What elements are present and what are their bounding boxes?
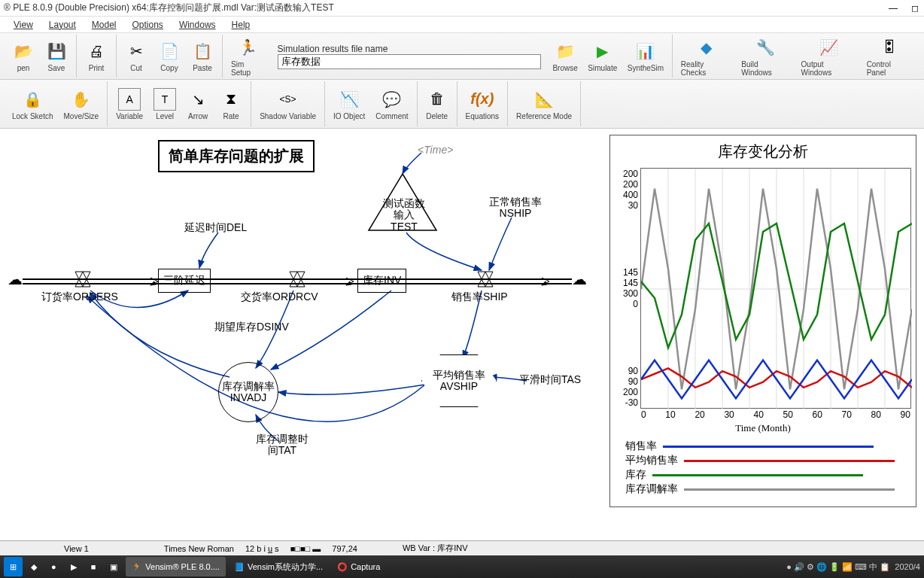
trash-icon: 🗑 xyxy=(426,88,448,111)
copy-button[interactable]: 📄Copy xyxy=(153,38,185,74)
variable-icon: A xyxy=(118,88,141,111)
refmode-icon: 📐 xyxy=(533,88,555,111)
menu-help[interactable]: Help xyxy=(226,18,257,32)
output-button[interactable]: 📈Output Windows xyxy=(797,35,861,78)
variable-button[interactable]: AVariable xyxy=(111,87,147,122)
task-captura[interactable]: ⭕ Captura xyxy=(331,557,386,576)
cut-button[interactable]: ✂Cut xyxy=(120,38,152,74)
browse-button[interactable]: 📁Browse xyxy=(549,38,582,74)
menu-windows[interactable]: Windows xyxy=(173,18,222,32)
window-title: ® PLE 8.0.9 (Double Precision) x64:库存控制问… xyxy=(4,2,888,14)
legend-label: 库存 xyxy=(625,468,646,482)
folder-icon: 📂 xyxy=(12,40,35,62)
reality-button[interactable]: ◆Reality Checks xyxy=(676,35,735,78)
chart-xticks: 01020 304050 607080 90 xyxy=(641,409,910,420)
var-invadj[interactable]: 库存调解率INVADJ xyxy=(218,362,278,422)
var-dsinv[interactable]: 期望库存DSINV xyxy=(214,321,289,334)
chart-plot: 20020040030 1451453000 9090200-30 01020 … xyxy=(640,168,911,409)
legend-label: 平均销售率 xyxy=(625,454,678,467)
equations-button[interactable]: f(x)Equations xyxy=(461,87,503,122)
build-icon: 🔧 xyxy=(755,36,777,59)
status-font[interactable]: Times New Roman xyxy=(164,544,234,553)
diagram-title: 简单库存问题的扩展 xyxy=(158,140,315,172)
start-button[interactable]: ⊞ xyxy=(4,557,23,576)
simulate-button[interactable]: ▶Simulate xyxy=(584,38,622,74)
system-tray[interactable]: ● 🔊 ⚙ 🌐 🔋 📶 ⌨ 中 📋 2020/4 xyxy=(786,561,920,573)
legend-label: 销售率 xyxy=(625,440,657,453)
paste-icon: 📋 xyxy=(191,40,214,62)
hand-icon: ✋ xyxy=(70,88,93,111)
chart-svg xyxy=(641,169,912,409)
task-icon[interactable]: ● xyxy=(45,557,62,576)
sink-cloud: ☁ xyxy=(572,270,587,288)
lock-icon: 🔒 xyxy=(21,88,44,111)
io-icon: 📉 xyxy=(338,88,360,111)
synthesim-icon: 📊 xyxy=(634,40,657,62)
task-icon[interactable]: ▶ xyxy=(65,557,83,576)
cut-icon: ✂ xyxy=(125,40,147,62)
menu-view[interactable]: View xyxy=(8,18,39,32)
titlebar: ® PLE 8.0.9 (Double Precision) x64:库存控制问… xyxy=(0,0,924,17)
var-test[interactable]: 测试函数输入TEST xyxy=(381,198,427,233)
var-ordrcv[interactable]: 交货率ORDRCV xyxy=(241,291,318,304)
status-size[interactable]: 12 b i u s xyxy=(245,544,279,553)
rate-button[interactable]: ⧗Rate xyxy=(215,87,247,122)
task-icon[interactable]: ◆ xyxy=(25,557,43,576)
print-button[interactable]: 🖨Print xyxy=(81,38,112,74)
task-vensim2[interactable]: 📘 Vensim系统动力学... xyxy=(228,557,329,576)
chart-yticks: 20020040030 1451453000 9090200-30 xyxy=(612,169,638,408)
chart-xlabel: Time (Month) xyxy=(610,422,916,434)
runner-icon: 🏃 xyxy=(237,36,260,59)
print-icon: 🖨 xyxy=(85,40,108,62)
menubar: View Layout Model Options Windows Help xyxy=(0,17,924,33)
level-icon: T xyxy=(153,88,176,111)
var-inv[interactable]: 库存INV xyxy=(357,269,406,293)
var-orders[interactable]: 订货率ORDERS xyxy=(41,291,118,304)
delete-button[interactable]: 🗑Delete xyxy=(421,87,453,122)
model-diagram[interactable]: 简单库存问题的扩展 <Time> xyxy=(0,129,594,543)
var-ship[interactable]: 销售率SHIP xyxy=(451,291,508,304)
synthesim-button[interactable]: 📊SyntheSim xyxy=(623,38,668,74)
var-delay3[interactable]: 三阶延迟 xyxy=(158,269,211,293)
move-button[interactable]: ✋Move/Size xyxy=(59,87,103,122)
comment-button[interactable]: 💬Comment xyxy=(371,87,412,122)
simsetup-button[interactable]: 🏃Sim Setup xyxy=(226,35,270,78)
chart-panel: 库存变化分析 20020040030 1451453000 9090200-30 xyxy=(609,135,916,507)
task-icon[interactable]: ▣ xyxy=(104,557,123,576)
arrow-icon: ↘ xyxy=(187,88,209,111)
canvas[interactable]: 简单库存问题的扩展 <Time> xyxy=(0,129,924,543)
open-button[interactable]: 📂pen xyxy=(8,38,39,74)
shadow-button[interactable]: <S>Shadow Variable xyxy=(255,87,321,122)
paste-button[interactable]: 📋Paste xyxy=(187,38,218,74)
chart-title: 库存变化分析 xyxy=(610,135,916,168)
control-button[interactable]: 🎛Control Panel xyxy=(862,35,916,78)
panel-icon: 🎛 xyxy=(878,36,901,59)
var-avship[interactable]: 平均销售率AVSHIP xyxy=(421,354,497,407)
task-icon[interactable]: ■ xyxy=(85,557,102,576)
menu-options[interactable]: Options xyxy=(126,18,169,32)
time-var[interactable]: <Time> xyxy=(418,144,453,156)
task-vensim[interactable]: 🏃 Vensim® PLE 8.0.... xyxy=(126,557,226,576)
check-icon: ◆ xyxy=(695,36,717,59)
status-coords: 797,24 xyxy=(332,544,357,553)
chart-legend: 销售率 平均销售率 库存 库存调解率 xyxy=(610,434,916,501)
refmode-button[interactable]: 📐Reference Mode xyxy=(512,87,576,122)
build-button[interactable]: 🔧Build Windows xyxy=(737,35,795,78)
save-button[interactable]: 💾Save xyxy=(41,38,72,74)
lock-button[interactable]: 🔒Lock Sketch xyxy=(8,87,57,122)
minimize-icon[interactable]: — xyxy=(888,3,898,14)
io-button[interactable]: 📉IO Object xyxy=(329,87,369,122)
arrow-button[interactable]: ↘Arrow xyxy=(182,87,214,122)
var-tas[interactable]: 平滑时间TAS xyxy=(519,373,581,387)
comment-icon: 💬 xyxy=(381,88,403,111)
legend-label: 库存调解率 xyxy=(625,482,678,496)
sim-file-input[interactable] xyxy=(278,54,541,69)
menu-model[interactable]: Model xyxy=(86,18,123,32)
menu-layout[interactable]: Layout xyxy=(43,18,82,32)
maximize-icon[interactable]: ◻ xyxy=(910,3,920,14)
var-nship[interactable]: 正常销售率NSHIP xyxy=(489,196,542,220)
var-tat[interactable]: 库存调整时间TAT xyxy=(256,434,309,457)
folder-icon: 📁 xyxy=(554,40,576,62)
level-button[interactable]: TLevel xyxy=(149,87,181,122)
var-del[interactable]: 延迟时间DEL xyxy=(184,221,247,235)
